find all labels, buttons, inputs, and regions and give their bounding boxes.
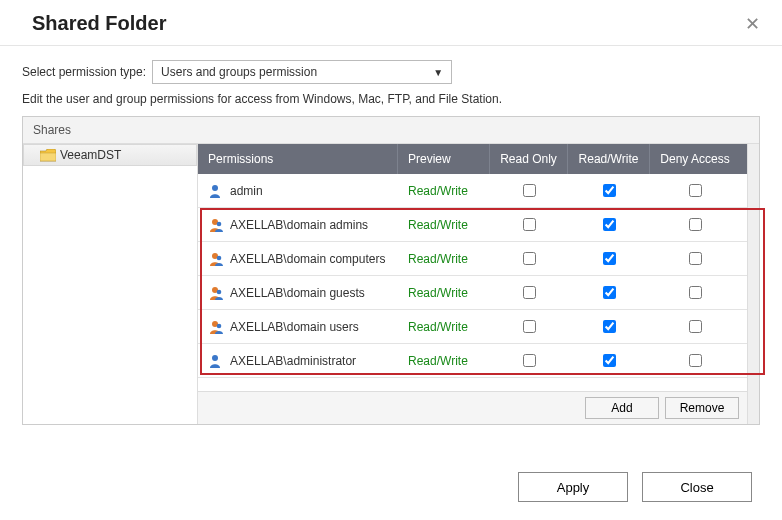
svg-point-2 [217,221,222,226]
checkbox[interactable] [603,286,616,299]
apply-button[interactable]: Apply [518,472,628,502]
shares-tree: VeeamDST [23,144,198,424]
cell-read-only [490,310,568,343]
table-row[interactable]: AXELLAB\domain adminsRead/Write [198,208,747,242]
cell-deny-access [650,310,740,343]
tree-node-veeamdst[interactable]: VeeamDST [23,144,197,166]
cell-deny-access [650,344,740,377]
chevron-down-icon: ▼ [433,67,443,78]
scrollbar[interactable] [747,144,759,424]
svg-point-8 [217,323,222,328]
col-deny-access[interactable]: Deny Access [650,144,740,174]
cell-permissions: admin [198,174,398,207]
checkbox[interactable] [689,184,702,197]
cell-permissions: AXELLAB\domain admins [198,208,398,241]
cell-preview: Read/Write [398,276,490,309]
add-button[interactable]: Add [585,397,659,419]
table-row[interactable]: AXELLAB\domain computersRead/Write [198,242,747,276]
cell-read-write [568,208,650,241]
folder-icon [40,149,56,162]
permission-type-value: Users and groups permission [161,65,317,79]
col-preview[interactable]: Preview [398,144,490,174]
cell-permissions: AXELLAB\administrator [198,344,398,377]
svg-point-0 [212,185,218,191]
cell-preview: Read/Write [398,208,490,241]
cell-deny-access [650,208,740,241]
checkbox[interactable] [689,218,702,231]
user-name: AXELLAB\domain computers [230,252,385,266]
cell-read-only [490,242,568,275]
cell-read-write [568,242,650,275]
user-icon [208,319,224,335]
cell-read-write [568,310,650,343]
dialog-title: Shared Folder [32,12,166,35]
checkbox[interactable] [603,184,616,197]
preview-value: Read/Write [408,184,468,198]
cell-read-write [568,344,650,377]
checkbox[interactable] [603,320,616,333]
table-row[interactable]: adminRead/Write [198,174,747,208]
checkbox[interactable] [689,354,702,367]
preview-value: Read/Write [408,286,468,300]
checkbox[interactable] [603,354,616,367]
permission-type-dropdown[interactable]: Users and groups permission ▼ [152,60,452,84]
cell-permissions: AXELLAB\domain guests [198,276,398,309]
table-row[interactable]: AXELLAB\domain guestsRead/Write [198,276,747,310]
cell-read-only [490,208,568,241]
cell-read-only [490,344,568,377]
checkbox[interactable] [603,218,616,231]
table-footer: Add Remove [198,391,747,424]
user-icon [208,217,224,233]
tree-node-label: VeeamDST [60,148,121,162]
cell-preview: Read/Write [398,344,490,377]
user-name: AXELLAB\domain guests [230,286,365,300]
col-read-write[interactable]: Read/Write [568,144,650,174]
svg-point-4 [217,255,222,260]
shared-folder-dialog: Shared Folder ✕ Select permission type: … [0,0,782,520]
col-permissions[interactable]: Permissions [198,144,398,174]
preview-value: Read/Write [408,354,468,368]
table-row[interactable]: AXELLAB\domain usersRead/Write [198,310,747,344]
cell-read-only [490,174,568,207]
cell-preview: Read/Write [398,310,490,343]
panel-body: VeeamDST Permissions Preview Read Only R… [23,144,759,424]
user-name: AXELLAB\administrator [230,354,356,368]
svg-point-6 [217,289,222,294]
cell-read-only [490,276,568,309]
permissions-table: Permissions Preview Read Only Read/Write… [198,144,747,424]
checkbox[interactable] [523,286,536,299]
checkbox[interactable] [523,320,536,333]
cell-permissions: AXELLAB\domain users [198,310,398,343]
table-row[interactable]: AXELLAB\administratorRead/Write [198,344,747,378]
dialog-footer: Apply Close [0,450,782,520]
checkbox[interactable] [523,252,536,265]
close-icon[interactable]: ✕ [745,13,760,35]
permission-type-row: Select permission type: Users and groups… [22,60,760,84]
checkbox[interactable] [523,218,536,231]
preview-value: Read/Write [408,320,468,334]
user-name: AXELLAB\domain users [230,320,359,334]
user-icon [208,353,224,369]
user-name: AXELLAB\domain admins [230,218,368,232]
svg-point-9 [212,355,218,361]
checkbox[interactable] [603,252,616,265]
table-body: adminRead/WriteAXELLAB\domain adminsRead… [198,174,747,391]
checkbox[interactable] [689,320,702,333]
remove-button[interactable]: Remove [665,397,739,419]
user-icon [208,251,224,267]
checkbox[interactable] [689,252,702,265]
checkbox[interactable] [523,184,536,197]
cell-deny-access [650,242,740,275]
close-button[interactable]: Close [642,472,752,502]
shares-panel: Shares VeeamDST P [22,116,760,425]
permission-hint: Edit the user and group permissions for … [22,92,760,106]
col-read-only[interactable]: Read Only [490,144,568,174]
permission-type-label: Select permission type: [22,65,146,79]
checkbox[interactable] [689,286,702,299]
cell-deny-access [650,276,740,309]
table-header: Permissions Preview Read Only Read/Write… [198,144,747,174]
user-icon [208,285,224,301]
checkbox[interactable] [523,354,536,367]
preview-value: Read/Write [408,252,468,266]
cell-permissions: AXELLAB\domain computers [198,242,398,275]
